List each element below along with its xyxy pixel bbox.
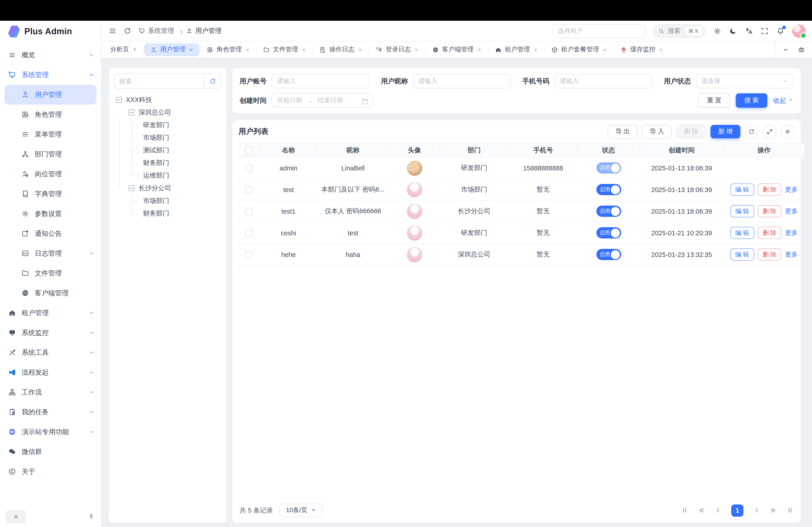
sidebar-item-task[interactable]: 我的任务 (0, 402, 101, 422)
table-settings-button[interactable] (781, 125, 794, 138)
row-more-link[interactable]: 更多 (785, 229, 798, 237)
row-delete-button[interactable]: 删 除 (758, 249, 782, 260)
row-edit-button[interactable]: 编 辑 (730, 205, 754, 217)
tab-oplog[interactable]: 操作日志 (314, 43, 368, 56)
add-button[interactable]: 新 增 (710, 125, 740, 138)
row-edit-button[interactable]: 编 辑 (730, 249, 754, 260)
sidebar-item-dept[interactable]: 部门管理 (0, 144, 101, 164)
delete-button[interactable]: 删 除 (676, 125, 706, 138)
sidebar-item-post[interactable]: 岗位管理 (0, 164, 101, 184)
status-toggle[interactable]: 启用 (596, 184, 621, 195)
export-button[interactable]: 导 出 (608, 125, 638, 138)
breadcrumb-user[interactable]: 用户管理 (186, 27, 221, 35)
row-checkbox[interactable] (245, 186, 252, 193)
prev-5-pages-button[interactable] (698, 507, 705, 514)
row-delete-button[interactable]: 删 除 (758, 205, 782, 217)
phone-input[interactable]: 请输入 (554, 74, 652, 88)
sidebar-item-tenant[interactable]: 租户管理 (0, 303, 101, 323)
app-logo[interactable]: Plus Admin (0, 21, 101, 42)
table-expand-button[interactable] (763, 125, 777, 138)
select-all-checkbox[interactable] (245, 147, 252, 154)
screenshot-button[interactable] (798, 46, 805, 53)
tree-node[interactable]: 市场部门 (114, 194, 221, 207)
sidebar-pin-button[interactable] (88, 513, 95, 520)
row-checkbox[interactable] (245, 251, 252, 258)
page-number-button[interactable]: 1 (731, 504, 743, 516)
sidebar-collapse-button[interactable] (5, 510, 26, 523)
first-page-button[interactable] (681, 507, 688, 514)
sidebar-item-dict[interactable]: 字典管理 (0, 184, 101, 204)
account-input[interactable]: 请输入 (272, 74, 369, 88)
tree-node[interactable]: 深圳总公司 (114, 106, 221, 119)
row-more-link[interactable]: 更多 (785, 251, 798, 258)
sidebar-item-sysmon[interactable]: 系统监控 (0, 323, 101, 343)
sidebar-item-user[interactable]: 用户管理 (4, 85, 97, 105)
row-checkbox[interactable] (245, 165, 252, 172)
import-button[interactable]: 导 入 (642, 125, 672, 138)
sidebar-item-menu[interactable]: 菜单管理 (0, 124, 101, 144)
tree-expander-icon[interactable] (129, 185, 134, 191)
sidebar-item-flow[interactable]: 流程发起 (0, 362, 101, 382)
row-edit-button[interactable]: 编 辑 (730, 183, 754, 196)
sidebar-item-notice[interactable]: 通知公告 (0, 224, 101, 243)
status-toggle[interactable]: 启用 (596, 227, 621, 239)
tree-expander-icon[interactable] (129, 109, 134, 115)
table-refresh-button[interactable] (745, 125, 758, 138)
tab-file[interactable]: 文件管理 (257, 43, 312, 56)
collapse-filters-link[interactable]: 收起 (773, 96, 794, 105)
sidebar-item-role[interactable]: 角色管理 (0, 105, 101, 124)
row-delete-button[interactable]: 删 除 (758, 183, 782, 196)
search-button[interactable]: 搜 索 (736, 93, 767, 108)
tree-expander-icon[interactable] (116, 97, 122, 103)
sidebar-item-overview[interactable]: 概览 (0, 45, 101, 65)
tenant-select[interactable]: 选择租户 (552, 24, 645, 38)
sidebar-item-file[interactable]: 文件管理 (0, 263, 101, 283)
row-checkbox[interactable] (245, 229, 252, 237)
status-select[interactable]: 请选择 (696, 74, 794, 88)
row-edit-button[interactable]: 编 辑 (730, 227, 754, 239)
next-5-pages-button[interactable] (770, 507, 777, 514)
global-search-button[interactable]: 搜索 ⌘ K (653, 24, 706, 38)
notifications-button[interactable] (777, 27, 784, 35)
created-time-range-picker[interactable]: 开始日期 → 结束日期 (272, 93, 373, 108)
row-checkbox[interactable] (245, 208, 252, 215)
tree-node[interactable]: 财务部门 (114, 207, 221, 220)
last-page-button[interactable] (786, 507, 794, 514)
tab-loginlog[interactable]: 登录日志 (370, 43, 425, 56)
refresh-page-button[interactable] (124, 27, 131, 35)
sidebar-item-demo[interactable]: 演示站专用功能 (0, 422, 101, 442)
status-toggle[interactable]: 启用 (596, 206, 621, 217)
breadcrumb-system[interactable]: 系统管理 (139, 27, 174, 35)
tab-client[interactable]: 客户端管理 (426, 43, 488, 56)
tab-package[interactable]: 租户套餐管理 (546, 43, 613, 56)
next-page-button[interactable] (753, 507, 760, 514)
tree-node[interactable]: 测试部门 (114, 144, 221, 156)
nickname-input[interactable]: 请输入 (413, 74, 511, 88)
sidebar-item-client[interactable]: 客户端管理 (0, 283, 101, 303)
status-toggle[interactable]: 启用 (596, 162, 621, 174)
tab-role[interactable]: 角色管理 (201, 43, 256, 56)
hamburger-menu-button[interactable] (109, 27, 116, 35)
tree-search-input[interactable] (115, 77, 204, 85)
tab-analysis[interactable]: 分析页 (104, 43, 143, 56)
tree-node[interactable]: 市场部门 (114, 131, 221, 144)
tab-user[interactable]: 用户管理 (144, 43, 199, 56)
tree-node[interactable]: 研发部门 (114, 119, 221, 131)
sidebar-item-workflow[interactable]: 工作流 (0, 382, 101, 402)
sidebar-item-about[interactable]: 关于 (0, 462, 101, 481)
row-delete-button[interactable]: 删 除 (758, 227, 782, 239)
tree-node[interactable]: 长沙分公司 (114, 182, 221, 194)
user-avatar-menu[interactable] (792, 24, 806, 37)
page-size-select[interactable]: 10条/页 (279, 503, 322, 517)
tree-node[interactable]: 财务部门 (114, 156, 221, 169)
tree-refresh-button[interactable] (204, 74, 221, 88)
row-more-link[interactable]: 更多 (785, 207, 798, 215)
fullscreen-button[interactable] (760, 27, 769, 35)
dark-mode-toggle[interactable] (729, 27, 737, 35)
tab-redis[interactable]: redis缓存监控 (614, 43, 669, 56)
tab-list-dropdown-button[interactable] (782, 46, 789, 53)
settings-button[interactable] (713, 27, 721, 35)
tab-tenant[interactable]: 租户管理 (489, 43, 544, 56)
status-toggle[interactable]: 启用 (596, 249, 621, 260)
sidebar-item-tool[interactable]: 系统工具 (0, 343, 101, 362)
